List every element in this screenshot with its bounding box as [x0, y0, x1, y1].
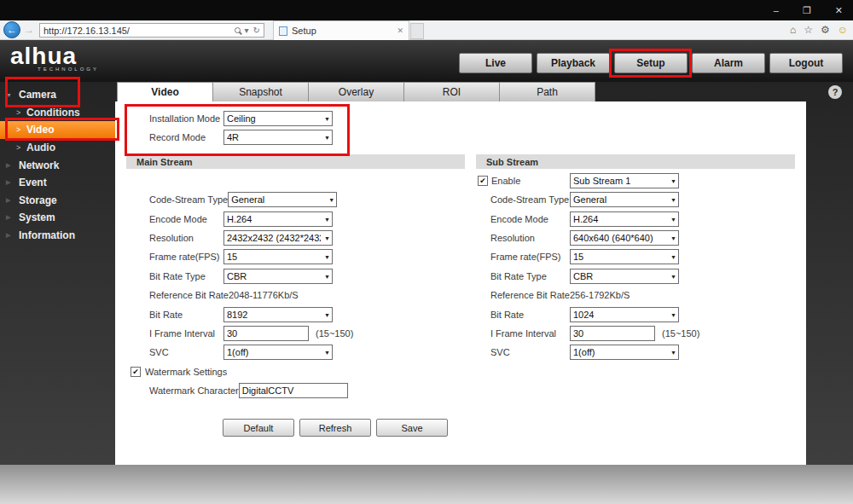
record-mode-select[interactable]: 4R ▼	[223, 130, 333, 145]
sidebar-item-label: Event	[19, 177, 47, 188]
nav-logout-button[interactable]: Logout	[769, 53, 843, 73]
installation-mode-select[interactable]: Ceiling ▼	[223, 111, 333, 126]
form-row-resolution: Resolution640x640 (640*640)▼	[490, 229, 798, 247]
save-button[interactable]: Save	[376, 419, 448, 437]
forward-button[interactable]: →	[24, 24, 34, 36]
url-text[interactable]: http://172.16.13.145/	[44, 26, 235, 36]
bit-rate-type-select[interactable]: CBR▼	[223, 269, 333, 284]
chevron-down-icon: ▼	[324, 311, 330, 317]
search-icon[interactable]	[235, 27, 241, 33]
select-value: 1(off)	[227, 347, 321, 357]
back-button[interactable]: ←	[3, 21, 20, 38]
chevron-down-icon: ▼	[324, 216, 330, 222]
address-bar[interactable]: http://172.16.13.145/ ▾ ↻	[39, 23, 264, 38]
field-label: Encode Mode	[149, 214, 223, 224]
window-controls: – ❐ ✕	[774, 0, 843, 20]
chevron-down-icon: ▼	[324, 273, 330, 279]
favorites-star-icon[interactable]: ☆	[804, 24, 813, 36]
close-icon[interactable]: ✕	[835, 5, 843, 16]
encode-mode-select[interactable]: H.264▼	[223, 211, 333, 227]
sidebar-item-storage[interactable]: ▶ Storage	[0, 192, 115, 210]
select-value: CBR	[573, 271, 667, 281]
tab-video[interactable]: Video	[117, 82, 213, 101]
settings-gear-icon[interactable]: ⚙	[821, 24, 830, 36]
form-row-bit-rate-type: Bit Rate TypeCBR▼	[490, 267, 798, 286]
minimize-icon[interactable]: –	[774, 5, 779, 15]
sidebar-item-network[interactable]: ▶ Network	[0, 156, 115, 174]
i-frame-interval-input[interactable]: 30	[223, 326, 309, 341]
tab-overlay[interactable]: Overlay	[308, 82, 404, 101]
sidebar-item-audio[interactable]: > Audio	[0, 139, 115, 157]
nav-live-button[interactable]: Live	[459, 53, 532, 73]
help-icon[interactable]: ?	[828, 85, 842, 99]
browser-tab[interactable]: Setup ✕	[273, 20, 409, 40]
code-stream-type-select[interactable]: General▼	[570, 192, 679, 207]
tab-snapshot[interactable]: Snapshot	[212, 82, 309, 101]
select-value: 15	[227, 252, 321, 262]
sidebar-item-event[interactable]: ▶ Event	[0, 174, 115, 192]
enable-label: Enable	[491, 176, 570, 186]
bit-rate-type-select[interactable]: CBR▼	[570, 269, 679, 284]
i-frame-interval-input[interactable]: 30	[570, 326, 655, 341]
sidebar-item-video[interactable]: > Video	[0, 121, 115, 139]
select-value: Sub Stream 1	[573, 176, 667, 186]
select-value: 4R	[227, 132, 321, 142]
select-value: General	[231, 194, 325, 205]
caret-down-icon: ▼	[6, 92, 12, 98]
watermark-character-input[interactable]: DigitalCCTV	[239, 383, 348, 398]
dropdown-icon[interactable]: ▾	[245, 26, 249, 35]
tab-path[interactable]: Path	[499, 82, 595, 101]
watermark-settings-label: Watermark Settings	[145, 367, 227, 377]
form-row-encode-mode: Encode ModeH.264▼	[490, 209, 798, 228]
field-label: Frame rate(FPS)	[490, 252, 570, 262]
restore-icon[interactable]: ❐	[803, 5, 811, 16]
field-hint: (15~150)	[316, 328, 353, 339]
bit-rate-select[interactable]: 1024▼	[570, 307, 679, 322]
chevron-down-icon: ▼	[670, 178, 676, 184]
select-value: 8192	[227, 310, 321, 320]
resolution-select[interactable]: 2432x2432 (2432*2432)▼	[223, 230, 333, 246]
sidebar-item-information[interactable]: ▶ Information	[0, 227, 115, 245]
frame-rate-fps-select[interactable]: 15▼	[570, 249, 679, 264]
code-stream-type-select[interactable]: General▼	[228, 192, 337, 207]
refresh-icon[interactable]: ↻	[253, 26, 260, 35]
select-value: 1024	[573, 310, 667, 320]
tab-close-icon[interactable]: ✕	[397, 26, 403, 35]
chevron-down-icon: ▼	[328, 197, 334, 203]
svc-select[interactable]: 1(off)▼	[570, 345, 679, 360]
nav-alarm-button[interactable]: Alarm	[692, 53, 765, 73]
field-label: I Frame Interval	[149, 328, 223, 339]
nav-playback-button[interactable]: Playback	[537, 53, 610, 73]
window-titlebar: – ❐ ✕	[0, 0, 853, 20]
enable-checkbox[interactable]: ✔	[478, 176, 488, 186]
new-tab-button[interactable]	[410, 23, 424, 39]
frame-rate-fps-select[interactable]: 15▼	[223, 249, 333, 264]
tab-roi[interactable]: ROI	[403, 82, 500, 101]
svc-select[interactable]: 1(off)▼	[223, 345, 333, 360]
address-bar-icons: ▾ ↻	[235, 26, 260, 35]
sidebar-item-system[interactable]: ▶ System	[0, 209, 115, 227]
resolution-select[interactable]: 640x640 (640*640)▼	[570, 230, 679, 246]
select-value: 2432x2432 (2432*2432)	[227, 233, 321, 243]
refresh-button[interactable]: Refresh	[299, 419, 371, 437]
sidebar-item-conditions[interactable]: > Conditions	[0, 104, 115, 122]
sidebar-item-camera[interactable]: ▼ Camera	[0, 86, 115, 104]
chevron-down-icon: ▼	[324, 350, 330, 356]
form-row-svc: SVC1(off)▼	[490, 343, 798, 362]
watermark-settings-checkbox[interactable]: ✔	[131, 367, 141, 377]
sub-stream-select[interactable]: Sub Stream 1 ▼	[570, 173, 679, 188]
default-button[interactable]: Default	[223, 419, 294, 437]
field-label: Installation Mode	[149, 113, 223, 124]
field-label: Frame rate(FPS)	[149, 252, 223, 262]
sidebar-item-label: Network	[19, 159, 59, 171]
reference-bit-rate-value: 256-1792Kb/S	[570, 290, 630, 300]
logo-subtext: TECHNOLOGY	[38, 67, 99, 72]
bit-rate-select[interactable]: 8192▼	[223, 307, 333, 322]
home-icon[interactable]: ⌂	[790, 24, 796, 36]
select-value: Ceiling	[227, 113, 321, 124]
chevron-down-icon: ▼	[670, 273, 676, 279]
nav-setup-button[interactable]: Setup	[614, 53, 688, 73]
encode-mode-select[interactable]: H.264▼	[570, 211, 679, 227]
feedback-smiley-icon[interactable]: ☺	[838, 24, 848, 36]
chevron-down-icon: ▼	[324, 116, 330, 122]
